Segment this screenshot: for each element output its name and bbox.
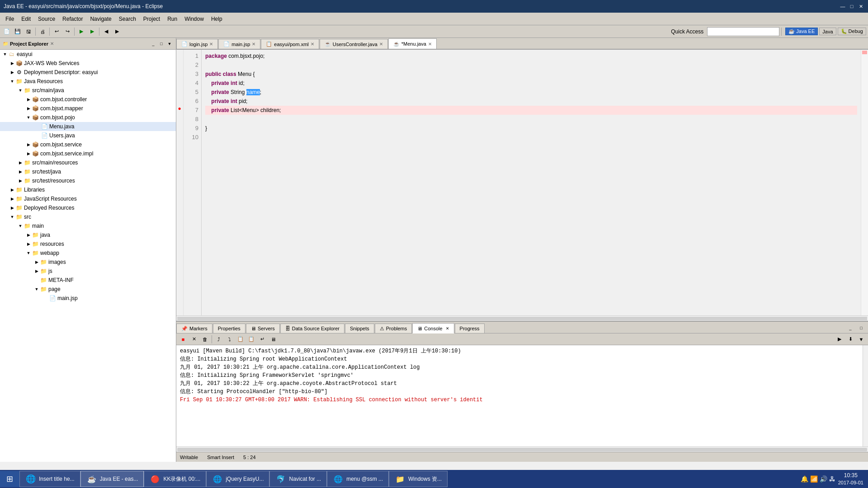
- start-button[interactable]: ⊞: [0, 471, 19, 487]
- menu-help[interactable]: Help: [208, 15, 226, 23]
- taskbar-navicat[interactable]: 🐬 Navicat for ...: [269, 471, 327, 487]
- tree-service[interactable]: ▶ 📦 com.bjsxt.service: [0, 140, 176, 149]
- tree-mapper[interactable]: ▶ 📦 com.bjsxt.mapper: [0, 104, 176, 113]
- editor-hscrollbar[interactable]: [176, 315, 868, 321]
- menu-source[interactable]: Source: [34, 15, 59, 23]
- undo-btn[interactable]: ↩: [52, 27, 61, 37]
- tab-login-jsp[interactable]: 📄 login.jsp ✕: [176, 39, 218, 49]
- tree-test-java[interactable]: ▶ 📁 src/test/java: [0, 167, 176, 176]
- tree-main-resources[interactable]: ▶ 📁 src/main/resources: [0, 158, 176, 167]
- console-scrollbar[interactable]: [863, 345, 868, 446]
- console-clear-btn[interactable]: 🗑: [200, 334, 210, 344]
- bottom-tab-properties[interactable]: Properties: [213, 324, 245, 333]
- tree-java-folder[interactable]: ▶ 📁 java: [0, 230, 176, 239]
- close-btn[interactable]: ✕: [857, 3, 864, 10]
- tree-deployed-resources[interactable]: ▶ 📁 Deployed Resources: [0, 203, 176, 212]
- new-btn[interactable]: 📄: [2, 27, 12, 37]
- tree-libraries[interactable]: ▶ 📁 Libraries: [0, 185, 176, 194]
- taskbar-windows[interactable]: 📁 Windows 资...: [389, 471, 448, 487]
- console-hscrollbar[interactable]: [176, 446, 868, 452]
- maximize-btn[interactable]: □: [848, 3, 855, 10]
- taskbar-jquery[interactable]: 🌐 jQuery EasyU...: [206, 471, 269, 487]
- menu-window[interactable]: Window: [181, 15, 208, 23]
- tab-users-controller[interactable]: ☕ UsersController.java ✕: [320, 39, 388, 49]
- bottom-tab-datasource[interactable]: 🗄 Data Source Explorer: [280, 324, 344, 333]
- tab-menu-java[interactable]: ☕ *Menu.java ✕: [388, 38, 437, 49]
- tree-src-main-java[interactable]: ▼ 📁 src/main/java: [0, 86, 176, 95]
- menu-search[interactable]: Search: [115, 15, 140, 23]
- menu-refactor[interactable]: Refactor: [59, 15, 86, 23]
- menu-navigate[interactable]: Navigate: [86, 15, 115, 23]
- tree-service-impl[interactable]: ▶ 📦 com.bjsxt.service.impl: [0, 149, 176, 158]
- bottom-tab-snippets[interactable]: Snippets: [345, 324, 374, 333]
- save-btn[interactable]: 💾: [13, 27, 23, 37]
- run-btn[interactable]: ▶: [87, 27, 97, 37]
- tree-resources-folder[interactable]: ▶ 📁 resources: [0, 239, 176, 249]
- minimize-btn[interactable]: —: [839, 3, 846, 10]
- debug-btn[interactable]: ▶: [76, 27, 86, 37]
- tab-pom-xml[interactable]: 📋 easyui/pom.xml ✕: [261, 39, 319, 49]
- tree-java-resources[interactable]: ▼ 📁 Java Resources: [0, 77, 176, 86]
- console-drop-btn[interactable]: ▼: [856, 334, 866, 344]
- taskbar-eclipse[interactable]: ☕ Java EE - eas...: [80, 471, 144, 487]
- tree-menu-java[interactable]: ▶ 📄 Menu.java: [0, 122, 176, 131]
- console-btn5[interactable]: 🖥: [268, 334, 278, 344]
- clock[interactable]: 10:35 2017-09-01: [838, 472, 863, 486]
- tab-close[interactable]: ✕: [379, 42, 383, 47]
- console-btn1[interactable]: ⤴: [214, 334, 224, 344]
- tab-close[interactable]: ✕: [209, 42, 213, 47]
- tree-webapp[interactable]: ▼ 📁 webapp: [0, 249, 176, 258]
- console-nav-btn2[interactable]: ⬇: [845, 334, 855, 344]
- perspective-javaee[interactable]: ☕ Java EE: [785, 28, 818, 35]
- menu-run[interactable]: Run: [164, 15, 181, 23]
- tree-meta-inf[interactable]: ▶ 📁 META-INF: [0, 276, 176, 285]
- tree-js[interactable]: ▶ 📁 js: [0, 267, 176, 276]
- tab-main-jsp[interactable]: 📄 main.jsp ✕: [218, 39, 260, 49]
- bottom-tab-markers[interactable]: 📌 Markers: [176, 324, 212, 333]
- tree-main-jsp[interactable]: ▶ 📄 main.jsp: [0, 294, 176, 303]
- console-wrap-btn[interactable]: ↵: [257, 334, 267, 344]
- back-btn[interactable]: ◀: [101, 27, 111, 37]
- tree-controller[interactable]: ▶ 📦 com.bjsxt.controller: [0, 95, 176, 104]
- taskbar-menu-ssm[interactable]: 🌐 menu @ssm ...: [327, 471, 389, 487]
- console-nav-btn1[interactable]: ▶: [835, 334, 844, 344]
- print-btn[interactable]: 🖨: [38, 27, 47, 37]
- bottom-tab-console[interactable]: 🖥 Console ✕: [412, 323, 454, 333]
- bottom-tab-problems[interactable]: ⚠ Problems: [375, 324, 412, 333]
- redo-btn[interactable]: ↪: [62, 27, 72, 37]
- console-stop-btn[interactable]: ■: [178, 334, 188, 344]
- tree-easyui[interactable]: ▼ 🗂 easyui: [0, 50, 176, 59]
- tree-users-java[interactable]: ▶ 📄 Users.java: [0, 131, 176, 140]
- tab-close[interactable]: ✕: [428, 42, 432, 47]
- menu-file[interactable]: File: [2, 15, 18, 23]
- tab-close[interactable]: ✕: [311, 42, 314, 47]
- perspective-debug[interactable]: 🐛 Debug: [838, 28, 866, 35]
- bottom-tab-progress[interactable]: Progress: [455, 324, 485, 333]
- tree-src[interactable]: ▼ 📁 src: [0, 212, 176, 221]
- pe-menu[interactable]: ▼: [166, 40, 173, 47]
- console-btn2[interactable]: ⤵: [225, 334, 235, 344]
- console-maximize-btn[interactable]: □: [856, 323, 866, 333]
- bottom-tab-servers[interactable]: 🖥 Servers: [246, 324, 280, 333]
- taskbar-kk[interactable]: 🔴 KK录像机 00:...: [144, 471, 206, 487]
- tree-js-resources[interactable]: ▶ 📁 JavaScript Resources: [0, 194, 176, 203]
- menu-project[interactable]: Project: [140, 15, 164, 23]
- tree-deployment[interactable]: ▶ ⚙ Deployment Descriptor: easyui: [0, 68, 176, 77]
- taskbar-chrome[interactable]: 🌐 Insert title he...: [19, 471, 80, 487]
- tree-pojo[interactable]: ▼ 📦 com.bjsxt.pojo: [0, 113, 176, 122]
- console-minimize-btn[interactable]: _: [845, 323, 855, 333]
- menu-edit[interactable]: Edit: [18, 15, 34, 23]
- console-btn4[interactable]: 📋: [246, 334, 256, 344]
- perspective-java[interactable]: Java: [819, 28, 836, 35]
- tab-close[interactable]: ✕: [446, 326, 449, 331]
- forward-btn[interactable]: ▶: [112, 27, 122, 37]
- tree-images[interactable]: ▶ 📁 images: [0, 258, 176, 267]
- tree-jaxws[interactable]: ▶ 📦 JAX-WS Web Services: [0, 59, 176, 68]
- tree-main[interactable]: ▼ 📁 main: [0, 221, 176, 230]
- pe-minimize[interactable]: _: [150, 40, 157, 47]
- console-remove-btn[interactable]: ✕: [189, 334, 199, 344]
- pe-maximize[interactable]: □: [158, 40, 165, 47]
- quick-access-input[interactable]: [707, 27, 779, 36]
- console-btn3[interactable]: 📋: [236, 334, 245, 344]
- tab-close[interactable]: ✕: [252, 42, 255, 47]
